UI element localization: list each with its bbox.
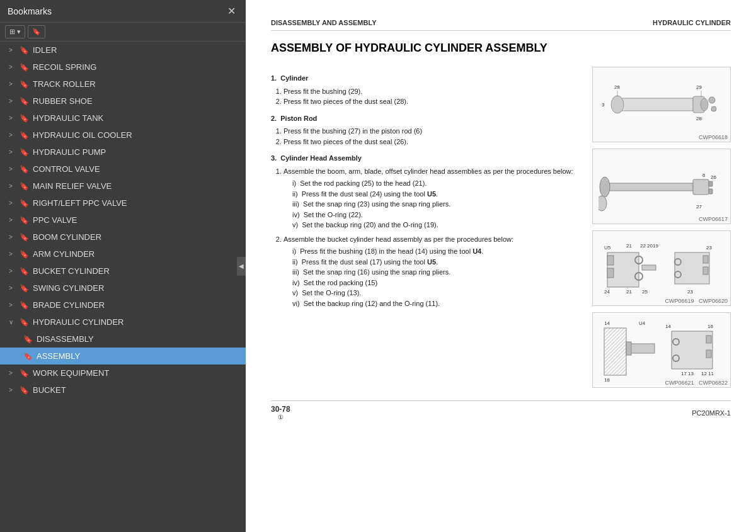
list-item: Press fit two pieces of the dust seal (2… — [284, 96, 580, 107]
doc-text: 1. Cylinder Press fit the bushing (29). … — [271, 67, 580, 388]
list-item: i) Press fit the bushing (18) in the hea… — [292, 246, 580, 257]
chevron-icon: > — [6, 200, 15, 207]
bookmark-item-label: ARM CYLINDER — [33, 249, 94, 259]
bookmark-icon: 🔖 — [19, 216, 29, 225]
bookmark-item-arm-cylinder[interactable]: >🔖ARM CYLINDER — [0, 246, 246, 263]
bookmark-item-rubber-shoe[interactable]: >🔖RUBBER SHOE — [0, 93, 246, 110]
chevron-icon: > — [6, 387, 15, 393]
section-3-heading: 3. Cylinder Head Assembly — [271, 153, 580, 164]
bookmark-item-label: BRADE CYLINDER — [33, 300, 105, 310]
svg-text:21: 21 — [626, 289, 632, 295]
bookmarks-header-left: Bookmarks — [8, 6, 52, 16]
svg-point-17 — [598, 196, 607, 211]
svg-text:23: 23 — [706, 245, 712, 251]
page-header: DISASSEMBLY AND ASSEMBLY HYDRAULIC CYLIN… — [271, 19, 731, 31]
bookmark-item-label: RUBBER SHOE — [33, 96, 93, 106]
svg-rect-22 — [607, 256, 614, 265]
bookmark-item-right-left-ppc-valve[interactable]: >🔖RIGHT/LEFT PPC VALVE — [0, 195, 246, 212]
section-2-heading: 2. Piston Rod — [271, 113, 580, 124]
bookmark-item-label: SWING CYLINDER — [33, 283, 104, 293]
bookmark-item-ppc-valve[interactable]: >🔖PPC VALVE — [0, 212, 246, 229]
bookmark-item-label: WORK EQUIPMENT — [33, 368, 109, 378]
section-1-list: Press fit the bushing (29). Press fit tw… — [271, 86, 580, 107]
list-item: iv) Set the O-ring (22). — [292, 210, 580, 220]
svg-text:27: 27 — [696, 204, 702, 210]
bookmark-item-idler[interactable]: >🔖IDLER — [0, 42, 246, 59]
bookmarks-title: Bookmarks — [8, 6, 52, 16]
bookmarks-toolbar: ⊞ ▾ 🔖 — [0, 23, 246, 42]
bookmark-icon: 🔖 — [23, 352, 33, 361]
list-item: vi) Set the backup ring (12) and the O-r… — [292, 298, 580, 309]
svg-rect-51 — [706, 350, 711, 358]
bookmark-list[interactable]: >🔖IDLER>🔖RECOIL SPRING>🔖TRACK ROLLER>🔖RU… — [0, 42, 246, 532]
svg-rect-45 — [626, 342, 631, 355]
svg-text:U4: U4 — [639, 320, 646, 326]
chevron-icon: > — [6, 166, 15, 173]
svg-rect-50 — [706, 336, 711, 343]
list-item: iii) Set the snap ring (16) using the sn… — [292, 267, 580, 278]
bookmark-item-hydraulic-pump[interactable]: >🔖HYDRAULIC PUMP — [0, 144, 246, 161]
bookmark-item-hydraulic-oil-cooler[interactable]: >🔖HYDRAULIC OIL COOLER — [0, 127, 246, 144]
bookmark-item-recoil-spring[interactable]: >🔖RECOIL SPRING — [0, 59, 246, 76]
svg-rect-12 — [605, 183, 693, 191]
bookmark-icon: 🔖 — [19, 165, 29, 174]
svg-text:28: 28 — [696, 116, 702, 122]
bookmark-item-work-equipment[interactable]: >🔖WORK EQUIPMENT — [0, 365, 246, 382]
bookmark-item-track-roller[interactable]: >🔖TRACK ROLLER — [0, 76, 246, 93]
bookmark-item-hydraulic-tank[interactable]: >🔖HYDRAULIC TANK — [0, 110, 246, 127]
svg-text:28: 28 — [614, 84, 620, 90]
svg-rect-26 — [642, 265, 656, 270]
close-button[interactable]: ✕ — [225, 5, 238, 17]
diagram-label-3: CWP06619 CWP06620 — [665, 298, 728, 304]
svg-rect-37 — [703, 267, 708, 274]
svg-rect-23 — [607, 268, 614, 278]
diagram-svg-1: 28 29 3 28 — [598, 70, 724, 139]
chevron-icon: > — [6, 81, 15, 88]
bookmark-item-bucket-cylinder[interactable]: >🔖BUCKET CYLINDER — [0, 263, 246, 280]
svg-text:14: 14 — [665, 324, 671, 329]
chevron-icon: > — [6, 98, 15, 105]
svg-text:19: 19 — [653, 243, 658, 249]
list-item: iii) Set the snap ring (23) using the sn… — [292, 199, 580, 210]
bookmark-item-bucket[interactable]: >🔖BUCKET — [0, 382, 246, 399]
bookmark-item-hydraulic-cylinder[interactable]: ∨🔖HYDRAULIC CYLINDER — [0, 314, 246, 331]
bookmark-item-boom-cylinder[interactable]: >🔖BOOM CYLINDER — [0, 229, 246, 246]
svg-text:22: 22 — [640, 243, 646, 249]
sub-steps-2: i) Press fit the bushing (18) in the hea… — [284, 246, 580, 308]
dropdown-arrow: ▾ — [17, 28, 21, 36]
diagram-svg-4a: 14 U4 18 — [601, 315, 661, 385]
scroll-arrow[interactable]: ◀ — [237, 257, 246, 276]
bookmark-icon: 🔖 — [19, 284, 29, 293]
bookmark-add-button[interactable]: 🔖 — [28, 25, 45, 38]
diagram-cwp06617: 6 27 26 CWP06617 — [592, 149, 731, 224]
diagram-svg-3b: 23 23 — [662, 234, 722, 303]
chevron-icon: > — [6, 115, 15, 122]
chevron-icon: > — [6, 268, 15, 274]
svg-point-3 — [701, 98, 708, 111]
bookmark-item-label: CONTROL VALVE — [33, 164, 100, 174]
view-options-button[interactable]: ⊞ ▾ — [5, 25, 25, 38]
svg-text:17 13: 17 13 — [681, 371, 694, 376]
chevron-icon: > — [6, 234, 15, 241]
bookmark-item-swing-cylinder[interactable]: >🔖SWING CYLINDER — [0, 280, 246, 297]
bookmark-item-label: ASSEMBLY — [37, 351, 80, 361]
bookmark-item-assembly[interactable]: 🔖ASSEMBLY — [0, 348, 246, 365]
list-item: Assemble the bucket cylinder head assemb… — [284, 234, 580, 309]
bookmark-icon: 🔖 — [19, 301, 29, 310]
bookmark-icon: 🔖 — [19, 182, 29, 191]
bookmark-item-brade-cylinder[interactable]: >🔖BRADE CYLINDER — [0, 297, 246, 314]
svg-point-4 — [709, 97, 715, 103]
bookmark-item-label: HYDRAULIC PUMP — [33, 147, 106, 157]
bookmarks-panel: Bookmarks ✕ ⊞ ▾ 🔖 >🔖IDLER>🔖RECOIL SPRING… — [0, 0, 246, 532]
svg-text:3: 3 — [602, 102, 605, 108]
sub-steps-1: i) Set the rod packing (25) to the head … — [284, 178, 580, 230]
list-item: ii) Press fit the dust seal (17) using t… — [292, 257, 580, 268]
bookmark-item-label: BUCKET CYLINDER — [33, 266, 110, 276]
chevron-icon: > — [6, 132, 15, 139]
bookmark-item-disassembly[interactable]: 🔖DISASSEMBLY — [0, 331, 246, 348]
svg-text:26: 26 — [711, 174, 716, 180]
bookmark-item-main-relief-valve[interactable]: >🔖MAIN RELIEF VALVE — [0, 178, 246, 195]
list-item: iv) Set the rod packing (15) — [292, 278, 580, 288]
bookmark-icon: 🔖 — [19, 63, 29, 72]
bookmark-item-control-valve[interactable]: >🔖CONTROL VALVE — [0, 161, 246, 178]
